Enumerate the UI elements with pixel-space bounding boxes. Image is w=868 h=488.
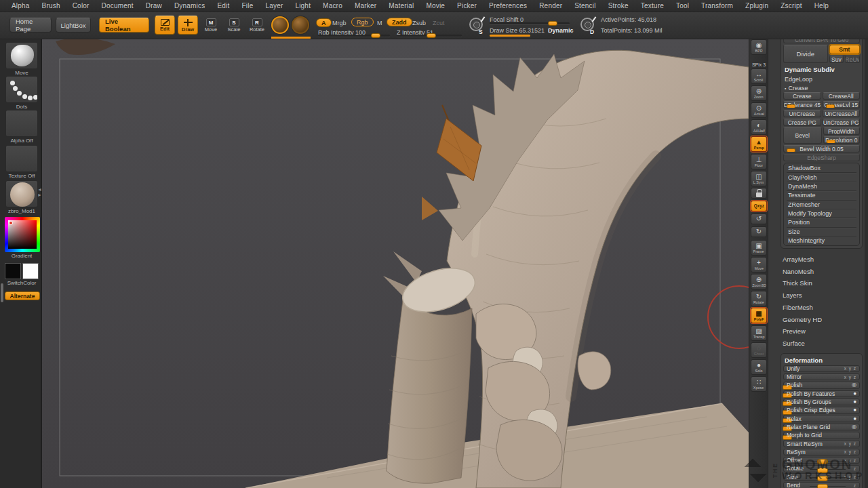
deform-relax-plane-grid[interactable]: Relax Plane Grid◎ — [783, 424, 860, 431]
main-color-swatch[interactable] — [5, 263, 21, 279]
axis-z-button[interactable]: ↻ — [751, 226, 767, 237]
menu-item[interactable]: Draw — [140, 2, 168, 9]
subsection-header[interactable]: MeshIntegrity — [787, 237, 856, 245]
edgesharp-slider[interactable]: EdgeSharp — [783, 154, 860, 161]
menu-item[interactable]: Movie — [420, 2, 451, 9]
home-page-button[interactable]: Home Page — [9, 18, 52, 33]
bpr-render-button[interactable]: ◉ BPR — [751, 39, 767, 55]
zsub-toggle[interactable]: Zsub — [412, 20, 426, 26]
tray-divider-handle[interactable]: ◄► — [37, 187, 42, 205]
deform-unify[interactable]: Unifyx y z — [783, 365, 860, 373]
deform-polish-by-groups[interactable]: Polish By Groups● — [783, 399, 860, 406]
rgb-toggle[interactable]: Rgb — [351, 18, 374, 26]
qxyz-button[interactable]: Qxyz — [751, 201, 767, 211]
subsection-header[interactable]: ZRemesher — [787, 201, 856, 209]
reuv-button[interactable]: ReUv — [845, 56, 860, 63]
zadd-toggle[interactable]: Zadd — [387, 18, 412, 26]
subpalette-header[interactable]: Layers — [781, 289, 863, 302]
menu-item[interactable]: Document — [96, 2, 140, 9]
zoom-button[interactable]: ⊕Zoom — [751, 85, 767, 101]
menu-item[interactable]: Material — [382, 2, 420, 9]
menu-item[interactable]: Edit — [211, 2, 235, 9]
section-dynamic-subdiv[interactable]: Dynamic Subdiv — [783, 64, 860, 75]
menu-item[interactable]: Macro — [317, 2, 349, 9]
suv-toggle[interactable]: Suv — [829, 56, 844, 63]
uncrease-pg-button[interactable]: UnCrease PG — [823, 119, 861, 126]
deform-polish-by-features[interactable]: Polish By Features● — [783, 390, 860, 398]
menu-item[interactable]: Marker — [349, 2, 382, 9]
subpalette-header[interactable]: Preview — [781, 325, 863, 338]
current-material[interactable]: zbro_Mod1 — [5, 180, 39, 214]
secondary-color-swatch[interactable] — [22, 263, 39, 279]
switch-color[interactable]: SwitchColor — [5, 263, 39, 286]
deform-polish-crisp-edges[interactable]: Polish Crisp Edges● — [783, 407, 860, 414]
edit-mode-button[interactable]: Edit — [155, 16, 175, 35]
subsection-header[interactable]: Position — [787, 218, 856, 227]
subsection-header[interactable]: ShadowBox — [787, 164, 856, 173]
rotate-mode-button[interactable]: R Rotate — [247, 16, 267, 35]
menu-item[interactable]: File — [235, 2, 259, 9]
subpalette-header[interactable]: Geometry HD — [781, 313, 863, 325]
rgb-intensity-slider[interactable] — [318, 35, 390, 37]
live-boolean-button[interactable]: Live Boolean — [99, 18, 149, 33]
brush-preview-1[interactable] — [271, 16, 289, 34]
stroke-thumbnail[interactable] — [5, 76, 38, 103]
subsection-header[interactable]: DynaMesh — [787, 182, 856, 191]
aahalf-button[interactable]: ◐AAHalf — [751, 119, 767, 135]
lock-camera-button[interactable] — [751, 188, 767, 199]
deform-offset[interactable]: Offsetx y z — [783, 457, 860, 464]
rgb-intensity-nub[interactable] — [371, 33, 380, 38]
document-canvas[interactable] — [42, 37, 749, 488]
lightbox-button[interactable]: LightBox — [56, 18, 91, 33]
transp-button[interactable]: ▨Transp — [751, 325, 767, 341]
rotate-3d-button[interactable]: ↻Rotate — [751, 291, 767, 306]
draw-mode-button[interactable]: Draw — [178, 16, 198, 35]
divide-button[interactable]: Divide — [783, 45, 828, 63]
crease-pg-button[interactable]: Crease PG — [783, 119, 821, 126]
color-picker[interactable]: Gradient — [5, 217, 39, 259]
current-brush[interactable]: Move — [5, 42, 39, 76]
current-stroke[interactable]: Dots — [5, 76, 39, 110]
texture-thumbnail[interactable] — [5, 145, 38, 172]
z-intensity-nub[interactable] — [427, 33, 436, 38]
menu-item[interactable]: Dynamics — [168, 2, 212, 9]
scale-mode-button[interactable]: S Scale — [224, 16, 244, 35]
a-toggle[interactable]: A — [316, 18, 332, 27]
alternate-button[interactable]: Alternate — [5, 291, 40, 300]
crease-button[interactable]: Crease — [783, 92, 821, 100]
ctolerance-slider[interactable]: CTolerance 45 — [783, 101, 821, 108]
spix-slider[interactable]: SPix 3 — [751, 57, 767, 66]
section-crease[interactable]: ▪Crease — [783, 83, 860, 92]
menu-item[interactable]: Light — [289, 2, 317, 9]
menu-item[interactable]: Brush — [36, 2, 66, 9]
floor-button[interactable]: ⊥Floor — [751, 154, 767, 169]
menu-item[interactable]: Picker — [451, 2, 483, 9]
menu-item[interactable]: Help — [808, 2, 835, 9]
menu-item[interactable]: Stencil — [568, 2, 601, 9]
creaselvl-slider[interactable]: CreaseLvl 15 — [823, 101, 861, 108]
xpose-button[interactable]: ∷Xpose — [751, 376, 767, 392]
deform-rotate[interactable]: Rotatez — [783, 465, 860, 472]
menu-item[interactable]: Zplugin — [739, 2, 774, 9]
subsection-header[interactable]: Size — [787, 228, 856, 237]
section-deformation[interactable]: Deformation — [783, 355, 860, 365]
brush-preview-2[interactable] — [292, 16, 309, 34]
menu-item[interactable]: Render — [533, 2, 568, 9]
deform-polish[interactable]: Polish◎ — [783, 382, 860, 389]
deform-morph-to-grid[interactable]: Morph to Grid — [783, 432, 860, 439]
draw-size-slider[interactable] — [490, 35, 530, 37]
subpalette-header[interactable]: Thick Skin — [781, 277, 863, 289]
mrgb-toggle[interactable]: Mrgb — [332, 20, 347, 26]
dynamic-label[interactable]: Dynamic — [548, 27, 574, 34]
subpalette-header[interactable]: Surface — [781, 338, 863, 350]
panel-scrollbar[interactable] — [865, 0, 868, 488]
menu-item[interactable]: Layer — [259, 2, 289, 9]
color-cursor[interactable] — [9, 221, 13, 225]
frame-button[interactable]: ▣Frame — [751, 240, 767, 256]
menu-item[interactable]: Preferences — [483, 2, 533, 9]
menu-item[interactable]: Zscript — [774, 2, 808, 9]
menu-item[interactable]: Alpha — [5, 2, 36, 9]
creaseall-button[interactable]: CreaseAll — [823, 92, 861, 100]
focal-shift-slider[interactable] — [490, 22, 570, 24]
polyframe-button[interactable]: ▦PolyF — [751, 308, 767, 323]
